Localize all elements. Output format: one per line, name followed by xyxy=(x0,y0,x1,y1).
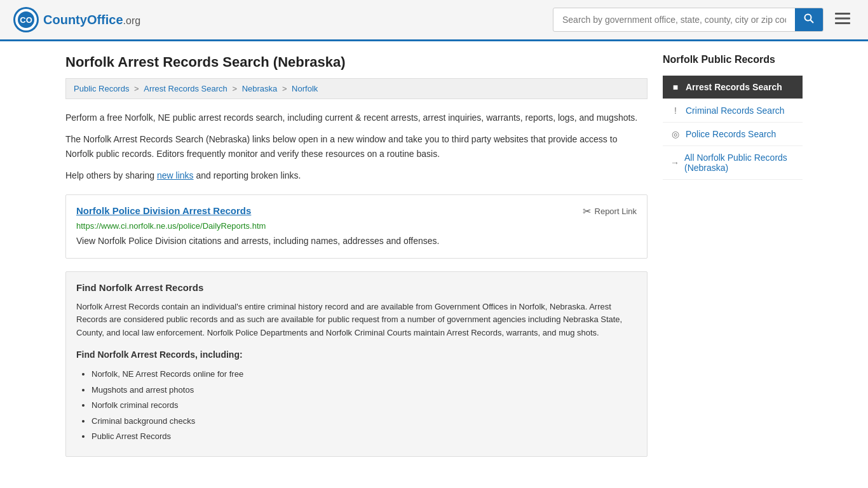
logo-icon: CO xyxy=(13,6,39,33)
police-records-icon: ◎ xyxy=(670,129,681,139)
all-records-icon: → xyxy=(670,158,679,168)
find-section-title: Find Norfolk Arrest Records xyxy=(76,282,637,293)
logo-area: CO CountyOffice.org xyxy=(13,6,140,33)
hamburger-icon xyxy=(835,13,850,24)
search-icon xyxy=(804,13,814,24)
report-icon: ✂ xyxy=(583,205,591,217)
svg-text:CO: CO xyxy=(20,15,32,25)
find-section-body: Norfolk Arrest Records contain an indivi… xyxy=(76,301,637,340)
sidebar-item-label: Police Records Search xyxy=(686,129,776,139)
search-bar xyxy=(553,8,824,32)
sidebar-item-all-records[interactable]: → All Norfolk Public Records (Nebraska) xyxy=(663,146,803,180)
site-header: CO CountyOffice.org xyxy=(0,0,868,41)
svg-rect-7 xyxy=(835,18,850,20)
list-item: Mugshots and arrest photos xyxy=(92,384,637,396)
list-item: Public Arrest Records xyxy=(92,430,637,443)
sidebar-item-label: Arrest Records Search xyxy=(686,82,782,92)
record-title[interactable]: Norfolk Police Division Arrest Records xyxy=(76,205,251,216)
criminal-records-icon: ! xyxy=(670,105,681,116)
search-button[interactable] xyxy=(795,8,823,31)
record-card-header: Norfolk Police Division Arrest Records ✂… xyxy=(76,205,637,217)
record-description: View Norfolk Police Division citations a… xyxy=(76,234,637,248)
new-links[interactable]: new links xyxy=(157,170,194,180)
content-area: Norfolk Arrest Records Search (Nebraska)… xyxy=(65,54,648,470)
sidebar-item-police-records[interactable]: ◎ Police Records Search xyxy=(663,123,803,146)
list-item: Norfolk criminal records xyxy=(92,399,637,412)
list-item: Norfolk, NE Arrest Records online for fr… xyxy=(92,368,637,381)
breadcrumb-nebraska[interactable]: Nebraska xyxy=(242,84,278,93)
record-url[interactable]: https://www.ci.norfolk.ne.us/police/Dail… xyxy=(76,221,637,231)
breadcrumb: Public Records > Arrest Records Search >… xyxy=(65,78,648,99)
svg-point-4 xyxy=(805,15,811,21)
logo-text: CountyOffice.org xyxy=(43,13,140,27)
svg-line-5 xyxy=(811,20,814,24)
menu-icon[interactable] xyxy=(830,9,855,30)
find-section: Find Norfolk Arrest Records Norfolk Arre… xyxy=(65,271,648,457)
record-card: Norfolk Police Division Arrest Records ✂… xyxy=(65,194,648,259)
description-2: The Norfolk Arrest Records Search (Nebra… xyxy=(65,132,648,161)
description-1: Perform a free Norfolk, NE public arrest… xyxy=(65,111,648,125)
page-title: Norfolk Arrest Records Search (Nebraska) xyxy=(65,54,648,71)
svg-rect-8 xyxy=(835,22,850,24)
list-item: Criminal background checks xyxy=(92,415,637,428)
breadcrumb-norfolk[interactable]: Norfolk xyxy=(292,84,318,93)
breadcrumb-arrest-records[interactable]: Arrest Records Search xyxy=(144,84,227,93)
arrest-records-icon: ■ xyxy=(670,82,681,92)
search-input[interactable] xyxy=(553,10,795,30)
sidebar-item-criminal-records[interactable]: ! Criminal Records Search xyxy=(663,99,803,123)
breadcrumb-public-records[interactable]: Public Records xyxy=(74,84,129,93)
svg-rect-6 xyxy=(835,13,850,15)
sidebar: Norfolk Public Records ■ Arrest Records … xyxy=(663,54,803,470)
sidebar-item-label: All Norfolk Public Records (Nebraska) xyxy=(684,152,795,173)
find-section-subtitle: Find Norfolk Arrest Records, including: xyxy=(76,348,637,362)
sidebar-item-arrest-records[interactable]: ■ Arrest Records Search xyxy=(663,76,803,99)
help-text: Help others by sharing new links and rep… xyxy=(65,168,648,182)
header-right xyxy=(553,8,855,32)
find-section-list: Norfolk, NE Arrest Records online for fr… xyxy=(76,368,637,443)
sidebar-title: Norfolk Public Records xyxy=(663,54,803,69)
sidebar-item-label: Criminal Records Search xyxy=(686,105,785,116)
main-container: Norfolk Arrest Records Search (Nebraska)… xyxy=(53,41,815,482)
report-link[interactable]: ✂ Report Link xyxy=(583,205,637,217)
